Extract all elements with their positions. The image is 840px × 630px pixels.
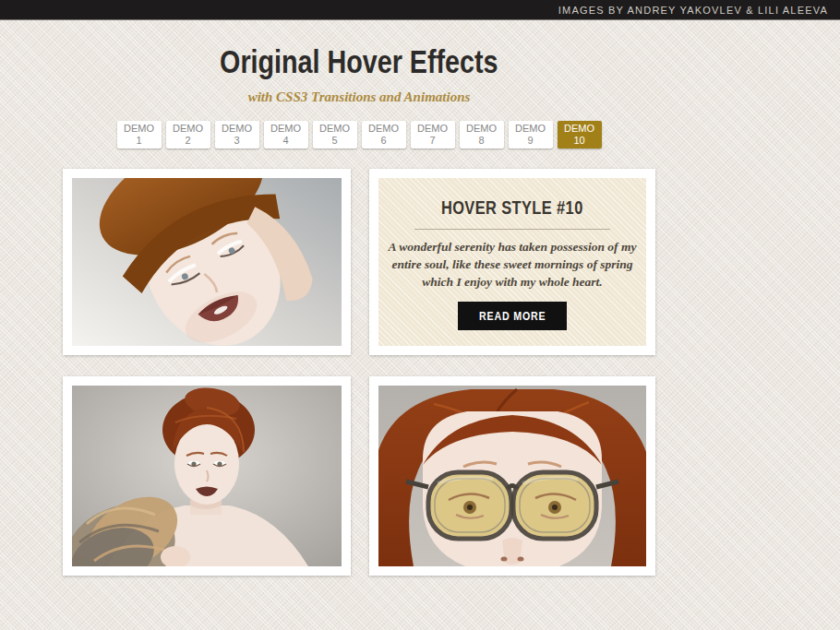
content-container: Original Hover Effects with CSS3 Transit… bbox=[63, 21, 655, 576]
divider bbox=[414, 229, 610, 230]
photo-card-bottom-right[interactable] bbox=[369, 376, 655, 576]
image-credit-text: IMAGES BY ANDREY YAKOVLEV & LILI ALEEVA bbox=[558, 5, 828, 16]
hover-card-text: A wonderful serenity has taken possessio… bbox=[382, 238, 642, 291]
demo-button-8[interactable]: DEMO8 bbox=[460, 121, 504, 149]
read-more-button[interactable]: READ MORE bbox=[458, 302, 567, 330]
topbar: IMAGES BY ANDREY YAKOVLEV & LILI ALEEVA bbox=[0, 0, 840, 20]
cards-grid: HOVER STYLE #10 A wonderful serenity has… bbox=[63, 169, 655, 576]
demo-button-2[interactable]: DEMO2 bbox=[166, 121, 210, 149]
demo-button-10-active[interactable]: DEMO10 bbox=[558, 121, 602, 149]
demo-button-5[interactable]: DEMO5 bbox=[313, 121, 357, 149]
demo-button-6[interactable]: DEMO6 bbox=[362, 121, 406, 149]
demo-button-4[interactable]: DEMO4 bbox=[264, 121, 308, 149]
demo-button-9[interactable]: DEMO9 bbox=[509, 121, 553, 149]
redhead-fur-portrait-image bbox=[72, 386, 342, 566]
photo-card-bottom-left[interactable] bbox=[63, 376, 351, 576]
yellow-glasses-portrait-image bbox=[378, 386, 646, 566]
hover-card-panel: HOVER STYLE #10 A wonderful serenity has… bbox=[378, 178, 646, 346]
leather-cap-portrait-image bbox=[72, 178, 342, 346]
hover-card[interactable]: HOVER STYLE #10 A wonderful serenity has… bbox=[369, 169, 655, 355]
demo-nav: DEMO1 DEMO2 DEMO3 DEMO4 DEMO5 DEMO6 DEMO… bbox=[63, 121, 655, 149]
demo-button-7[interactable]: DEMO7 bbox=[411, 121, 455, 149]
hover-card-title: HOVER STYLE #10 bbox=[378, 178, 646, 217]
page-title: Original Hover Effects bbox=[63, 45, 655, 77]
photo-card-top-left[interactable] bbox=[63, 169, 351, 355]
page-subtitle: with CSS3 Transitions and Animations bbox=[63, 89, 655, 105]
demo-button-1[interactable]: DEMO1 bbox=[117, 121, 162, 149]
demo-button-3[interactable]: DEMO3 bbox=[215, 121, 259, 149]
